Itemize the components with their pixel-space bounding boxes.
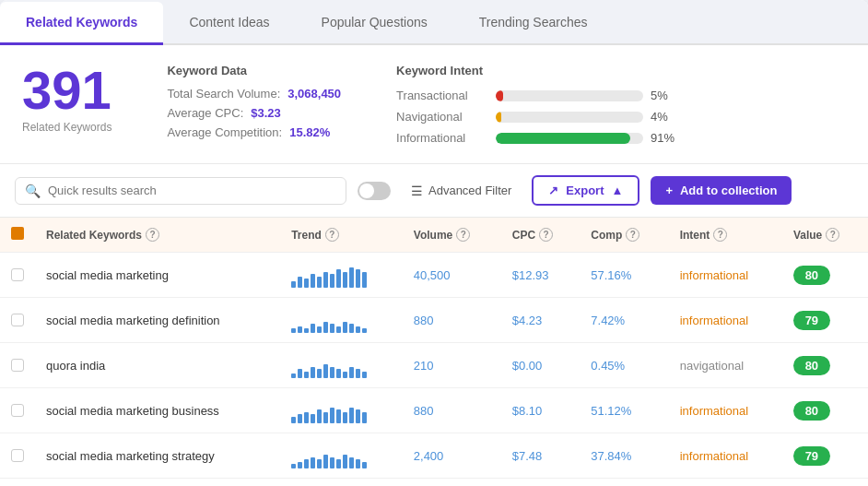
tab-content-ideas[interactable]: Content Ideas	[163, 2, 295, 45]
tab-related-keywords[interactable]: Related Keywords	[0, 2, 163, 45]
row-value: 78	[782, 479, 868, 487]
volume-help-icon[interactable]: ?	[456, 228, 470, 242]
row-checkbox-cell	[0, 253, 35, 298]
intent-title: Keyword Intent	[396, 64, 678, 77]
row-value: 80	[782, 343, 868, 388]
row-comp: 37.84%	[580, 433, 668, 479]
th-keyword: Related Keywords ?	[35, 218, 280, 253]
table-row: social media marketing definition 880 $4…	[0, 298, 868, 343]
row-trend	[280, 388, 403, 433]
keyword-data-title: Keyword Data	[167, 64, 341, 77]
tabs-bar: Related Keywords Content Ideas Popular Q…	[0, 0, 868, 45]
row-keyword: social media marketing articles	[35, 479, 280, 487]
export-button[interactable]: ↗ Export ▲	[532, 175, 639, 206]
row-comp: 14.17%	[580, 479, 668, 487]
row-trend	[280, 479, 403, 487]
row-intent: informational	[669, 298, 782, 343]
intent-row-navigational: Navigational 4%	[396, 110, 678, 124]
row-checkbox[interactable]	[11, 268, 24, 281]
row-trend	[280, 253, 403, 298]
row-intent: informational	[669, 253, 782, 298]
row-cpc: $4.16	[501, 479, 581, 487]
row-trend	[280, 298, 403, 343]
table-wrapper: Related Keywords ? Trend ? Volume	[0, 218, 868, 486]
row-intent: navigational	[669, 343, 782, 388]
row-cpc: $7.48	[501, 433, 581, 479]
row-comp: 57.16%	[580, 253, 668, 298]
row-comp: 7.42%	[580, 298, 668, 343]
row-keyword: social media marketing	[35, 253, 280, 298]
value-help-icon[interactable]: ?	[826, 228, 839, 242]
row-value: 79	[782, 433, 868, 479]
chevron-down-icon: ▲	[612, 184, 624, 197]
row-volume: 880	[403, 298, 501, 343]
table-row: quora india 210 $0.00 0.45% navigational…	[0, 343, 868, 388]
th-intent: Intent ?	[669, 218, 782, 253]
keyword-intent-block: Keyword Intent Transactional 5% Navigati…	[396, 64, 678, 145]
row-value: 80	[782, 388, 868, 433]
row-cpc: $0.00	[501, 343, 581, 388]
row-cpc: $4.23	[501, 298, 581, 343]
row-keyword: social media marketing definition	[35, 298, 280, 343]
add-to-collection-button[interactable]: + Add to collection	[651, 176, 792, 205]
row-checkbox[interactable]	[11, 359, 24, 372]
row-volume: 2,400	[403, 433, 501, 479]
th-comp: Comp ?	[580, 218, 668, 253]
table-row: social media marketing articles 480 $4.1…	[0, 479, 868, 487]
keyword-help-icon[interactable]: ?	[146, 228, 159, 242]
table-row: social media marketing business 880 $8.1…	[0, 388, 868, 433]
row-volume: 40,500	[403, 253, 501, 298]
search-wrapper[interactable]: 🔍	[15, 177, 346, 205]
row-value: 79	[782, 298, 868, 343]
th-value: Value ?	[782, 218, 868, 253]
row-checkbox[interactable]	[11, 314, 24, 326]
search-icon: 🔍	[25, 184, 41, 198]
row-keyword: quora india	[35, 343, 280, 388]
summary-section: 391 Related Keywords Keyword Data Total …	[0, 45, 868, 164]
filter-bar: 🔍 ☰ Advanced Filter ↗ Export ▲ + Add to …	[0, 164, 868, 218]
filter-icon: ☰	[411, 184, 423, 198]
row-checkbox-cell	[0, 298, 35, 343]
toggle-knob	[359, 184, 374, 198]
keyword-count-block: 391 Related Keywords	[22, 64, 111, 134]
row-checkbox-cell	[0, 343, 35, 388]
cpc-help-icon[interactable]: ?	[539, 228, 553, 242]
data-row-competition: Average Competition: 15.82%	[167, 125, 341, 139]
row-trend	[280, 433, 403, 479]
data-row-cpc: Average CPC: $3.23	[167, 106, 341, 120]
data-row-volume: Total Search Volume: 3,068,450	[167, 87, 341, 101]
keyword-count-number: 391	[22, 64, 111, 117]
export-icon: ↗	[548, 184, 558, 197]
intent-help-icon[interactable]: ?	[713, 228, 727, 242]
row-cpc: $12.93	[501, 253, 581, 298]
th-cpc: CPC ?	[501, 218, 581, 253]
table-header-row: Related Keywords ? Trend ? Volume	[0, 218, 868, 253]
row-comp: 51.12%	[580, 388, 668, 433]
row-checkbox-cell	[0, 479, 35, 487]
row-checkbox[interactable]	[11, 449, 24, 462]
toggle-switch[interactable]	[358, 182, 391, 200]
th-volume: Volume ?	[403, 218, 501, 253]
row-trend	[280, 343, 403, 388]
row-checkbox[interactable]	[11, 404, 24, 417]
select-all-icon[interactable]	[11, 227, 24, 240]
advanced-filter-button[interactable]: ☰ Advanced Filter	[402, 178, 521, 204]
th-trend: Trend ?	[280, 218, 403, 253]
table-row: social media marketing 40,500 $12.93 57.…	[0, 253, 868, 298]
row-comp: 0.45%	[580, 343, 668, 388]
trend-help-icon[interactable]: ?	[325, 228, 339, 242]
row-checkbox-cell	[0, 433, 35, 479]
row-checkbox-cell	[0, 388, 35, 433]
row-intent: informational	[669, 388, 782, 433]
row-volume: 880	[403, 388, 501, 433]
comp-help-icon[interactable]: ?	[626, 228, 639, 242]
row-intent: informational	[669, 479, 782, 487]
row-volume: 480	[403, 479, 501, 487]
tab-trending-searches[interactable]: Trending Searches	[453, 2, 614, 45]
keyword-count-label: Related Keywords	[22, 121, 111, 134]
row-value: 80	[782, 253, 868, 298]
row-cpc: $8.10	[501, 388, 581, 433]
search-input[interactable]	[48, 184, 336, 197]
row-keyword: social media marketing strategy	[35, 433, 280, 479]
tab-popular-questions[interactable]: Popular Questions	[296, 2, 453, 45]
